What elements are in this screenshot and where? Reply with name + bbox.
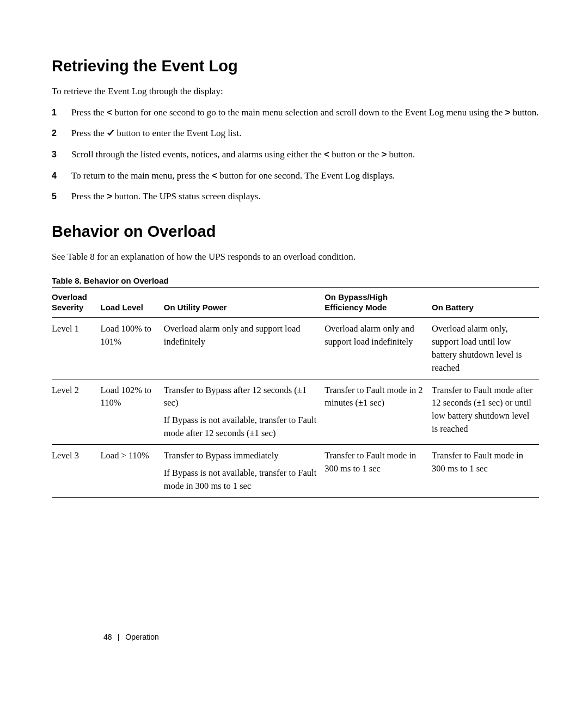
step-text-fragment: Scroll through the listed events, notice… — [71, 149, 324, 160]
cell-utility: Transfer to Bypass after 12 seconds (±1 … — [164, 379, 324, 445]
step-2: 2 Press the button to enter the Event Lo… — [52, 127, 539, 140]
step-text-fragment: Press the — [71, 107, 107, 118]
table-header-row: Overload Severity Load Level On Utility … — [52, 288, 539, 318]
heading-retrieving-event-log: Retrieving the Event Log — [52, 54, 539, 77]
cell-battery: Transfer to Fault mode after 12 seconds … — [432, 379, 539, 445]
page-number: 48 — [103, 633, 112, 641]
th-on-utility-power: On Utility Power — [164, 288, 324, 318]
step-text-fragment: button. — [510, 107, 538, 118]
cell-text: Transfer to Bypass after 12 seconds (±1 … — [164, 384, 320, 410]
step-text-fragment: button. The UPS status screen displays. — [112, 191, 261, 201]
th-on-bypass: On Bypass/High Efficiency Mode — [324, 288, 432, 318]
intro-text-2: See Table 8 for an explanation of how th… — [52, 250, 539, 264]
footer-divider — [118, 634, 119, 641]
cell-load-level: Load 100% to 101% — [101, 317, 164, 379]
th-line: Overload — [52, 292, 87, 302]
greater-than-icon: > — [505, 107, 511, 118]
intro-text: To retrieve the Event Log through the di… — [52, 85, 539, 99]
cell-text-sub: If Bypass is not available, transfer to … — [164, 414, 320, 440]
th-on-battery: On Battery — [432, 288, 539, 318]
step-text-fragment: button for one second to go to the main … — [112, 107, 505, 118]
greater-than-icon: > — [381, 149, 387, 160]
check-icon — [107, 128, 114, 138]
step-5: 5 Press the > button. The UPS status scr… — [52, 190, 539, 204]
heading-behavior-on-overload: Behavior on Overload — [52, 220, 539, 243]
less-than-icon: < — [107, 107, 112, 118]
step-number: 4 — [52, 169, 57, 183]
cell-load-level: Load > 110% — [101, 445, 164, 498]
cell-text: Transfer to Bypass immediately — [164, 449, 320, 462]
footer-label: Operation — [125, 633, 158, 641]
cell-bypass: Transfer to Fault mode in 300 ms to 1 se… — [324, 445, 432, 498]
cell-load-level: Load 102% to 110% — [101, 379, 164, 445]
table-row: Level 2 Load 102% to 110% Transfer to By… — [52, 379, 539, 445]
steps-list: 1 Press the < button for one second to g… — [52, 106, 539, 204]
cell-utility: Transfer to Bypass immediately If Bypass… — [164, 445, 324, 498]
step-text-fragment: Press the — [71, 128, 107, 138]
step-text-fragment: Press the — [71, 191, 107, 201]
th-overload-severity: Overload Severity — [52, 288, 101, 318]
step-3: 3 Scroll through the listed events, noti… — [52, 148, 539, 162]
step-text-fragment: To return to the main menu, press the — [71, 170, 212, 181]
th-load-level: Load Level — [101, 288, 164, 318]
cell-text-sub: If Bypass is not available, transfer to … — [164, 467, 320, 493]
step-number: 1 — [52, 106, 57, 120]
less-than-icon: < — [212, 170, 217, 181]
step-text-fragment: button or the — [329, 149, 381, 160]
step-number: 3 — [52, 148, 57, 162]
page-footer: 48 Operation — [103, 632, 159, 642]
table-row: Level 3 Load > 110% Transfer to Bypass i… — [52, 445, 539, 498]
step-number: 2 — [52, 127, 57, 140]
greater-than-icon: > — [107, 191, 112, 201]
step-text-fragment: button to enter the Event Log list. — [114, 128, 241, 138]
th-line: Severity — [52, 303, 83, 312]
cell-severity: Level 3 — [52, 445, 101, 498]
less-than-icon: < — [324, 149, 329, 160]
step-number: 5 — [52, 190, 57, 204]
th-line: On Bypass/High — [324, 292, 388, 302]
table-caption: Table 8. Behavior on Overload — [52, 275, 539, 287]
step-text-fragment: button for one second. The Event Log dis… — [217, 170, 395, 181]
overload-table: Overload Severity Load Level On Utility … — [52, 287, 539, 498]
cell-bypass: Transfer to Fault mode in 2 minutes (±1 … — [324, 379, 432, 445]
step-1: 1 Press the < button for one second to g… — [52, 106, 539, 120]
step-4: 4 To return to the main menu, press the … — [52, 169, 539, 183]
cell-battery: Transfer to Fault mode in 300 ms to 1 se… — [432, 445, 539, 498]
table-row: Level 1 Load 100% to 101% Overload alarm… — [52, 317, 539, 379]
th-line: Efficiency Mode — [324, 303, 387, 312]
cell-utility: Overload alarm only and support load ind… — [164, 317, 324, 379]
step-text-fragment: button. — [387, 149, 415, 160]
cell-bypass: Overload alarm only and support load ind… — [324, 317, 432, 379]
cell-severity: Level 1 — [52, 317, 101, 379]
cell-battery: Overload alarm only, support load until … — [432, 317, 539, 379]
cell-severity: Level 2 — [52, 379, 101, 445]
